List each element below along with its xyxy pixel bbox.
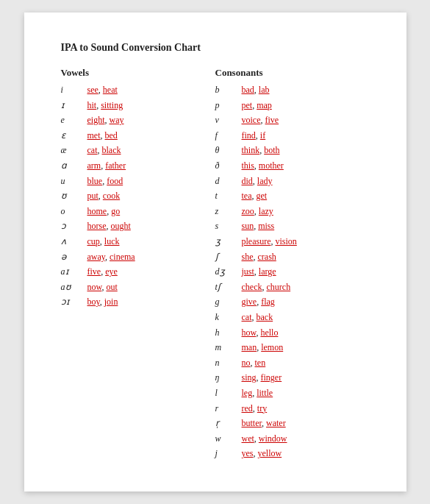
example-word[interactable]: eye xyxy=(105,266,118,277)
example-word[interactable]: vision xyxy=(275,236,296,246)
example-word[interactable]: five xyxy=(265,115,279,125)
example-word[interactable]: cook xyxy=(103,191,120,201)
example-word[interactable]: tea xyxy=(242,191,252,201)
example-word[interactable]: met xyxy=(87,130,101,141)
example-word[interactable]: voice xyxy=(242,115,261,125)
example-word[interactable]: how xyxy=(242,327,257,338)
example-words: red, try xyxy=(242,402,268,416)
example-word[interactable]: horse xyxy=(87,221,107,231)
example-word[interactable]: think xyxy=(242,145,260,155)
example-word[interactable]: no xyxy=(242,358,251,368)
table-row: eeight, way xyxy=(61,113,215,127)
example-word[interactable]: flag xyxy=(261,297,275,307)
example-word[interactable]: cup xyxy=(87,236,100,246)
ipa-symbol: aʊ xyxy=(61,280,87,294)
example-word[interactable]: try xyxy=(257,403,267,414)
example-words: met, bed xyxy=(87,129,118,143)
table-row: jyes, yellow xyxy=(215,447,370,461)
example-word[interactable]: home xyxy=(87,206,107,216)
example-word[interactable]: yellow xyxy=(258,448,282,458)
table-row: nno, ten xyxy=(215,356,370,370)
example-word[interactable]: yes xyxy=(242,448,254,458)
example-word[interactable]: lazy xyxy=(259,206,273,216)
example-word[interactable]: boy xyxy=(87,297,100,307)
example-word[interactable]: this xyxy=(242,160,254,171)
table-row: r̩butter, water xyxy=(215,416,370,430)
example-word[interactable]: bad xyxy=(242,85,254,95)
example-word[interactable]: now xyxy=(87,282,102,292)
example-word[interactable]: if xyxy=(260,130,265,141)
example-word[interactable]: cat xyxy=(87,145,98,155)
example-word[interactable]: pet xyxy=(242,100,253,110)
example-word[interactable]: out xyxy=(106,282,117,292)
ipa-symbol: ŋ xyxy=(215,371,242,385)
example-word[interactable]: leg xyxy=(242,388,253,398)
example-word[interactable]: did xyxy=(242,176,253,186)
example-word[interactable]: cinema xyxy=(110,252,135,262)
example-word[interactable]: hello xyxy=(260,327,278,338)
example-word[interactable]: just xyxy=(242,266,254,277)
example-word[interactable]: she xyxy=(242,252,254,262)
example-word[interactable]: five xyxy=(87,266,101,277)
example-word[interactable]: away xyxy=(87,252,106,262)
example-word[interactable]: eight xyxy=(87,115,105,125)
example-word[interactable]: mother xyxy=(259,160,284,171)
example-word[interactable]: finger xyxy=(261,372,282,383)
example-word[interactable]: cat xyxy=(242,312,252,322)
example-word[interactable]: sun xyxy=(242,221,254,231)
example-word[interactable]: lab xyxy=(259,85,270,95)
example-word[interactable]: find xyxy=(242,130,256,141)
example-word[interactable]: join xyxy=(104,297,118,307)
example-word[interactable]: large xyxy=(259,266,276,277)
example-word[interactable]: back xyxy=(257,312,273,322)
columns: Vowels isee, heatɪhit, sittingeeight, wa… xyxy=(61,67,370,462)
example-word[interactable]: red xyxy=(242,403,253,414)
example-word[interactable]: go xyxy=(111,206,120,216)
example-word[interactable]: little xyxy=(257,388,273,398)
table-row: kcat, back xyxy=(215,310,370,324)
example-word[interactable]: arm xyxy=(87,160,101,171)
example-word[interactable]: pleasure xyxy=(242,236,271,246)
example-word[interactable]: ten xyxy=(255,358,266,368)
example-word[interactable]: lemon xyxy=(261,342,283,352)
example-word[interactable]: man xyxy=(242,342,257,352)
example-word[interactable]: miss xyxy=(258,221,274,231)
example-word[interactable]: get xyxy=(257,191,268,201)
ipa-symbol: o xyxy=(61,205,87,219)
example-words: think, both xyxy=(242,143,280,157)
example-word[interactable]: blue xyxy=(87,176,103,186)
example-word[interactable]: hit xyxy=(87,100,97,110)
example-word[interactable]: wet xyxy=(242,433,254,444)
example-word[interactable]: map xyxy=(257,100,272,110)
example-words: butter, water xyxy=(242,416,286,430)
example-word[interactable]: both xyxy=(264,145,279,155)
example-words: no, ten xyxy=(242,356,266,370)
vowels-section: Vowels isee, heatɪhit, sittingeeight, wa… xyxy=(61,67,215,462)
example-word[interactable]: butter xyxy=(242,418,262,428)
table-row: ŋsing, finger xyxy=(215,371,370,385)
example-word[interactable]: sing xyxy=(242,372,257,383)
example-word[interactable]: give xyxy=(242,297,257,307)
example-word[interactable]: water xyxy=(266,418,286,428)
example-word[interactable]: heat xyxy=(103,85,118,95)
example-word[interactable]: sitting xyxy=(101,100,123,110)
example-word[interactable]: father xyxy=(105,160,126,171)
example-word[interactable]: window xyxy=(259,433,287,444)
example-word[interactable]: check xyxy=(242,282,262,292)
example-word[interactable]: way xyxy=(110,115,124,125)
example-word[interactable]: luck xyxy=(104,236,120,246)
table-row: ðthis, mother xyxy=(215,159,370,173)
example-words: how, hello xyxy=(242,326,279,340)
example-word[interactable]: put xyxy=(87,191,98,201)
table-row: ʒpleasure, vision xyxy=(215,235,370,249)
example-word[interactable]: see xyxy=(87,85,98,95)
example-word[interactable]: black xyxy=(102,145,121,155)
example-word[interactable]: lady xyxy=(257,176,273,186)
example-word[interactable]: ought xyxy=(111,221,131,231)
example-word[interactable]: food xyxy=(107,176,123,186)
example-word[interactable]: crash xyxy=(258,252,276,262)
ipa-symbol: d xyxy=(215,174,242,188)
example-word[interactable]: bed xyxy=(105,130,118,141)
example-word[interactable]: church xyxy=(266,282,290,292)
example-word[interactable]: zoo xyxy=(242,206,254,216)
